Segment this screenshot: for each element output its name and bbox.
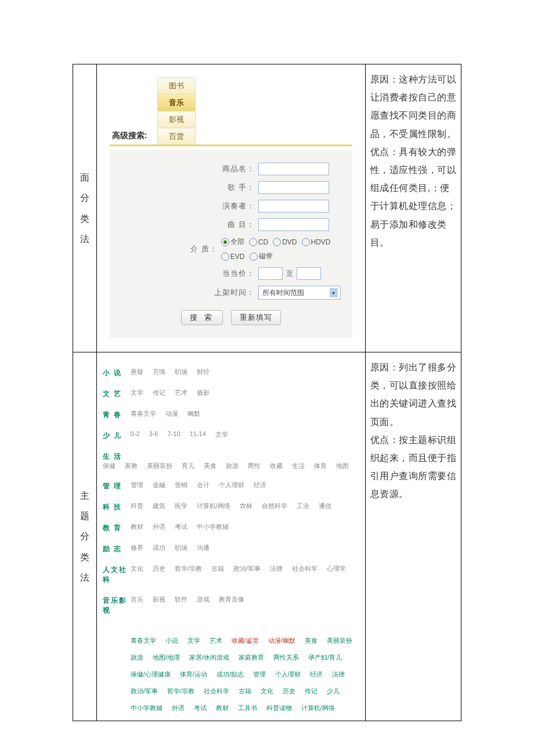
tab-百货[interactable]: 百货 xyxy=(157,128,196,145)
category-head[interactable]: 生 活 xyxy=(103,451,131,462)
category-item[interactable]: 地图 xyxy=(336,462,349,470)
tag-link[interactable]: 少儿 xyxy=(327,687,340,696)
category-item[interactable]: 心理学 xyxy=(327,564,346,573)
tag-link[interactable]: 外语 xyxy=(172,704,185,712)
category-head[interactable]: 人文社科 xyxy=(103,564,131,585)
category-item[interactable]: 美丽装扮 xyxy=(147,462,172,470)
category-head[interactable]: 小 说 xyxy=(103,368,131,378)
category-item[interactable]: 生活 xyxy=(292,462,305,470)
category-item[interactable]: 经济 xyxy=(254,481,266,489)
tag-link[interactable]: 美食 xyxy=(305,636,317,645)
category-item[interactable]: 文化 xyxy=(131,564,143,573)
category-head[interactable]: 科 技 xyxy=(103,502,131,512)
category-item[interactable]: 中小学教辅 xyxy=(197,523,229,531)
tag-link[interactable]: 政治/军事 xyxy=(131,687,158,696)
category-head[interactable]: 音乐影视 xyxy=(103,595,131,615)
category-item[interactable]: 职场 xyxy=(175,543,187,552)
radio-media-磁带[interactable]: 磁带 xyxy=(250,251,273,261)
category-item[interactable]: 软件 xyxy=(175,595,187,604)
tag-link[interactable]: 保健/心理健康 xyxy=(131,670,171,679)
tag-link[interactable]: 收藏/鉴赏 xyxy=(232,636,259,645)
category-item[interactable]: 文学 xyxy=(131,388,143,397)
category-item[interactable]: 言情 xyxy=(153,368,165,376)
tag-link[interactable]: 古籍 xyxy=(239,687,251,696)
category-head[interactable]: 少 儿 xyxy=(103,430,131,441)
category-item[interactable]: 社会科学 xyxy=(292,564,317,573)
category-item[interactable]: 政治/军事 xyxy=(233,564,261,573)
category-head[interactable]: 教 育 xyxy=(103,523,131,533)
category-item[interactable]: 职场 xyxy=(175,368,187,376)
tag-link[interactable]: 文学 xyxy=(187,636,200,645)
category-item[interactable]: 计算机/网络 xyxy=(197,502,230,510)
category-item[interactable]: 工业 xyxy=(297,502,309,510)
input-player[interactable] xyxy=(258,200,329,213)
category-item[interactable]: 考试 xyxy=(175,523,187,531)
input-price-to[interactable] xyxy=(297,267,321,280)
category-item[interactable]: 管理 xyxy=(131,481,143,489)
input-product[interactable] xyxy=(258,163,329,175)
tag-link[interactable]: 小说 xyxy=(165,636,178,645)
category-item[interactable]: 科普 xyxy=(131,502,143,510)
category-item[interactable]: 外语 xyxy=(153,523,165,531)
category-item[interactable]: 11-14 xyxy=(190,430,206,439)
category-item[interactable]: 营销 xyxy=(175,481,187,489)
tag-link[interactable]: 法律 xyxy=(332,670,345,679)
tag-link[interactable]: 旅游 xyxy=(131,653,143,662)
tag-link[interactable]: 家庭教育 xyxy=(239,653,264,662)
category-item[interactable]: 影视 xyxy=(153,595,165,604)
select-time[interactable]: 所有时间范围 ▾ xyxy=(258,286,341,300)
category-item[interactable]: 教育音像 xyxy=(219,595,244,604)
tag-link[interactable]: 计算机/网络 xyxy=(301,704,335,712)
input-price-from[interactable] xyxy=(258,267,283,280)
tab-音乐[interactable]: 音乐 xyxy=(157,94,196,111)
category-item[interactable]: 历史 xyxy=(153,564,165,573)
category-item[interactable]: 体育 xyxy=(314,462,327,470)
category-item[interactable]: 文学 xyxy=(215,430,228,439)
category-head[interactable]: 文 艺 xyxy=(103,388,131,399)
tag-link[interactable]: 两性关系 xyxy=(273,653,299,662)
category-item[interactable]: 成功 xyxy=(153,543,165,552)
tag-link[interactable]: 体育/运动 xyxy=(180,670,207,679)
category-item[interactable]: 7-10 xyxy=(168,430,181,439)
category-item[interactable]: 动漫 xyxy=(165,409,178,418)
tag-link[interactable]: 传记 xyxy=(305,687,317,696)
category-head[interactable]: 青 春 xyxy=(103,409,131,420)
category-item[interactable]: 旅游 xyxy=(226,462,239,470)
category-item[interactable]: 游戏 xyxy=(197,595,210,604)
tag-link[interactable]: 地图/地理 xyxy=(153,653,180,662)
tag-link[interactable]: 文化 xyxy=(261,687,273,696)
radio-media-HDVD[interactable]: HDVD xyxy=(302,238,331,246)
tag-link[interactable]: 教材 xyxy=(216,704,229,712)
category-item[interactable]: 哲学/宗教 xyxy=(175,564,202,573)
tag-link[interactable]: 历史 xyxy=(283,687,295,696)
category-item[interactable]: 摄影 xyxy=(197,388,210,397)
category-item[interactable]: 建筑 xyxy=(153,502,165,510)
tag-link[interactable]: 工具书 xyxy=(238,704,257,712)
tag-link[interactable]: 科普读物 xyxy=(266,704,292,712)
category-item[interactable]: 传记 xyxy=(153,388,165,397)
category-item[interactable]: 家教 xyxy=(125,462,138,470)
category-item[interactable]: 个人理财 xyxy=(219,481,244,489)
tab-图书[interactable]: 图书 xyxy=(157,77,196,94)
tag-link[interactable]: 动漫/幽默 xyxy=(268,636,295,645)
category-item[interactable]: 农林 xyxy=(240,502,252,510)
tag-link[interactable]: 考试 xyxy=(194,704,207,712)
category-item[interactable]: 悬疑 xyxy=(131,368,143,376)
tag-link[interactable]: 艺术 xyxy=(210,636,222,645)
input-singer[interactable] xyxy=(258,181,329,194)
tag-link[interactable]: 个人理财 xyxy=(275,670,301,679)
category-item[interactable]: 古籍 xyxy=(211,564,224,573)
category-head[interactable]: 励 志 xyxy=(103,543,131,554)
tag-link[interactable]: 成功/励志 xyxy=(217,670,244,679)
tag-link[interactable]: 经济 xyxy=(310,670,323,679)
category-item[interactable]: 通信 xyxy=(319,502,331,510)
tag-link[interactable]: 美丽装扮 xyxy=(327,636,352,645)
category-item[interactable]: 医学 xyxy=(175,502,187,510)
search-button[interactable]: 搜 索 xyxy=(181,310,223,325)
category-item[interactable]: 会计 xyxy=(197,481,210,489)
category-item[interactable]: 美食 xyxy=(204,462,217,470)
category-item[interactable]: 育儿 xyxy=(182,462,194,470)
category-item[interactable]: 修养 xyxy=(131,543,143,552)
tag-link[interactable]: 哲学/宗教 xyxy=(167,687,194,696)
input-track[interactable] xyxy=(258,218,329,231)
